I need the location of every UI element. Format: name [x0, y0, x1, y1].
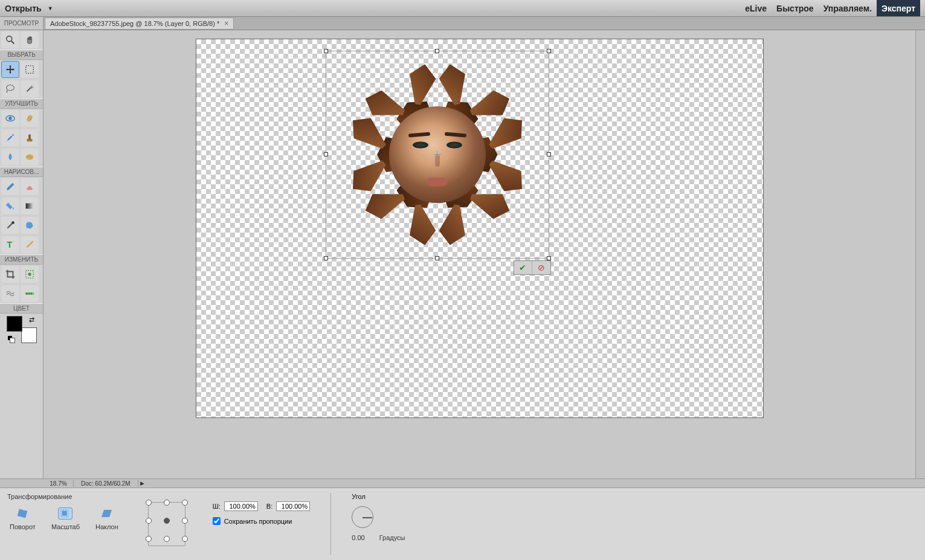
svg-rect-27: [62, 511, 67, 516]
hand-tool[interactable]: [21, 31, 39, 48]
options-panel: Трансформирование Поворот Масштаб Наклон: [0, 488, 925, 560]
transform-handle[interactable]: [324, 49, 328, 53]
magic-wand-tool[interactable]: [21, 80, 39, 97]
gradient-tool[interactable]: [21, 198, 39, 214]
transform-handle[interactable]: [435, 256, 439, 260]
transform-handle[interactable]: [547, 49, 551, 53]
ref-point[interactable]: [182, 518, 188, 524]
transform-bounding-box[interactable]: ✔ ⊘: [326, 51, 549, 259]
reference-point-grid[interactable]: [139, 493, 195, 555]
document-tab[interactable]: AdobeStock_98237755.jpeg @ 18.7% (Layer …: [45, 18, 234, 30]
svg-rect-26: [18, 509, 28, 518]
width-input[interactable]: [224, 501, 258, 511]
angle-dial[interactable]: [352, 506, 373, 528]
info-arrow-icon[interactable]: ▶: [138, 480, 147, 486]
paint-bucket-tool[interactable]: [1, 198, 19, 214]
pencil-tool[interactable]: [21, 236, 39, 253]
color-section: ЦВЕТ: [0, 303, 43, 314]
rotate-mode-button[interactable]: Поворот: [7, 505, 38, 533]
open-label: Открыть: [5, 4, 42, 13]
preview-label: ПРОСМОТР: [0, 17, 44, 30]
color-swatches[interactable]: ⇄: [7, 316, 37, 343]
zoom-level[interactable]: 18.7%: [44, 480, 74, 487]
angle-label: Угол: [352, 493, 405, 500]
spot-heal-tool[interactable]: [21, 110, 39, 127]
blur-tool[interactable]: [1, 149, 19, 166]
modify-section: ИЗМЕНИТЬ: [0, 254, 43, 265]
eraser-tool[interactable]: [21, 178, 39, 195]
ref-point[interactable]: [146, 518, 152, 524]
scale-mode-button[interactable]: Масштаб: [49, 505, 82, 533]
ref-point[interactable]: [182, 500, 188, 506]
svg-point-15: [30, 157, 31, 158]
text-tool[interactable]: T: [1, 236, 19, 253]
move-tool[interactable]: [1, 61, 19, 78]
brush-tool[interactable]: [1, 178, 19, 195]
straighten-tool[interactable]: [21, 285, 39, 302]
svg-line-1: [11, 41, 15, 44]
constrain-label: Сохранить пропорции: [224, 518, 292, 525]
constrain-proportions-checkbox[interactable]: [213, 517, 221, 525]
clone-stamp-tool[interactable]: [21, 129, 39, 146]
tools-panel: ВЫБРАТЬ УЛУЧШИТЬ НАРИСОВ...: [0, 30, 44, 478]
svg-point-21: [28, 272, 31, 275]
foreground-color[interactable]: [7, 316, 22, 332]
redeye-tool[interactable]: [1, 110, 19, 127]
mode-elive[interactable]: eLive: [740, 0, 772, 16]
shape-tool[interactable]: [21, 217, 39, 234]
swap-colors-icon[interactable]: ⇄: [29, 316, 34, 324]
transform-confirm-bar: ✔ ⊘: [514, 260, 551, 275]
cancel-button[interactable]: ⊘: [532, 261, 550, 274]
background-color[interactable]: [21, 327, 37, 343]
lasso-tool[interactable]: [1, 80, 19, 97]
svg-point-13: [26, 155, 34, 160]
mode-quick[interactable]: Быстрое: [772, 0, 819, 16]
eyedropper-tool[interactable]: [1, 217, 19, 234]
height-label: В:: [266, 503, 272, 510]
reset-colors-icon[interactable]: [8, 336, 15, 343]
transform-handle[interactable]: [324, 256, 328, 260]
ref-point[interactable]: [146, 536, 152, 542]
content-aware-tool[interactable]: [1, 285, 19, 302]
document-title: AdobeStock_98237755.jpeg @ 18.7% (Layer …: [50, 20, 219, 27]
zoom-tool[interactable]: [1, 31, 19, 48]
svg-rect-2: [26, 66, 34, 74]
canvas-area[interactable]: ✔ ⊘: [44, 30, 915, 478]
draw-section: НАРИСОВ...: [0, 167, 43, 177]
close-tab-icon[interactable]: ×: [224, 19, 228, 28]
ref-point[interactable]: [164, 500, 170, 506]
open-menu[interactable]: Открыть ▼: [5, 4, 53, 13]
transform-center-icon[interactable]: [434, 151, 441, 158]
smart-brush-tool[interactable]: [1, 129, 19, 146]
transform-handle[interactable]: [324, 152, 328, 156]
svg-rect-17: [26, 204, 34, 209]
ref-point[interactable]: [164, 536, 170, 542]
svg-point-16: [29, 155, 30, 156]
ref-point[interactable]: [182, 536, 188, 542]
ref-point[interactable]: [146, 500, 152, 506]
transform-handle[interactable]: [435, 49, 439, 53]
document-tab-bar: ПРОСМОТР AdobeStock_98237755.jpeg @ 18.7…: [0, 17, 925, 30]
crop-tool[interactable]: [1, 266, 19, 283]
transform-handle[interactable]: [547, 256, 551, 260]
svg-rect-12: [28, 135, 31, 140]
angle-value: 0.00: [352, 534, 364, 541]
mode-expert[interactable]: Эксперт: [877, 0, 920, 16]
document-info[interactable]: Doc: 60.2M/60.2M: [74, 480, 138, 487]
commit-button[interactable]: ✔: [514, 261, 532, 274]
status-bar: 18.7% Doc: 60.2M/60.2M ▶: [0, 478, 925, 488]
svg-rect-7: [26, 115, 33, 123]
ref-point-selected[interactable]: [164, 518, 170, 524]
enhance-section: УЛУЧШИТЬ: [0, 98, 43, 109]
transform-handle[interactable]: [547, 152, 551, 156]
skew-mode-button[interactable]: Наклон: [93, 505, 121, 533]
svg-point-3: [7, 85, 15, 91]
svg-point-10: [12, 134, 15, 137]
marquee-tool[interactable]: [21, 61, 39, 78]
recompose-tool[interactable]: [21, 266, 39, 283]
canvas[interactable]: ✔ ⊘: [196, 39, 764, 418]
sponge-tool[interactable]: [21, 149, 39, 166]
svg-point-18: [11, 221, 15, 224]
mode-guided[interactable]: Управляем.: [819, 0, 877, 16]
height-input[interactable]: [276, 501, 310, 511]
